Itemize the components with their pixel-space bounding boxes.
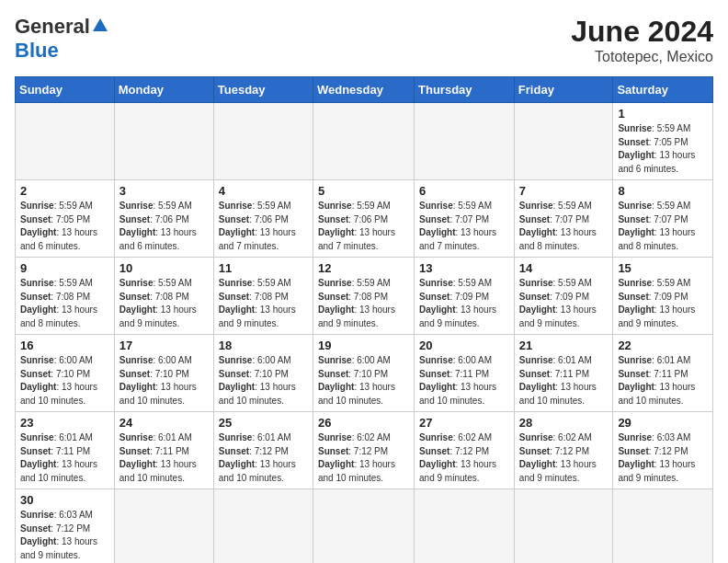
table-row: 26Sunrise: 6:02 AMSunset: 7:12 PMDayligh… (313, 412, 414, 489)
day-info: Sunrise: 5:59 AMSunset: 7:07 PMDaylight:… (618, 200, 708, 253)
day-number: 21 (519, 339, 609, 352)
table-row: 7Sunrise: 5:59 AMSunset: 7:07 PMDaylight… (514, 180, 613, 258)
table-row (415, 489, 515, 564)
day-number: 14 (519, 261, 609, 275)
day-info: Sunrise: 5:59 AMSunset: 7:09 PMDaylight:… (618, 277, 708, 330)
day-number: 9 (20, 261, 109, 275)
day-number: 13 (419, 261, 509, 275)
day-number: 5 (318, 184, 409, 198)
day-info: Sunrise: 5:59 AMSunset: 7:09 PMDaylight:… (519, 277, 609, 330)
table-row: 16Sunrise: 6:00 AMSunset: 7:10 PMDayligh… (16, 335, 115, 412)
calendar-table: Sunday Monday Tuesday Wednesday Thursday… (15, 76, 713, 563)
table-row: 25Sunrise: 6:01 AMSunset: 7:12 PMDayligh… (213, 412, 313, 489)
day-number: 20 (419, 339, 509, 352)
day-number: 23 (20, 416, 109, 430)
day-number: 11 (219, 261, 308, 275)
day-number: 27 (419, 416, 509, 430)
day-info: Sunrise: 6:00 AMSunset: 7:10 PMDaylight:… (219, 354, 308, 408)
day-info: Sunrise: 6:03 AMSunset: 7:12 PMDaylight:… (20, 509, 109, 562)
weekday-header-row: Sunday Monday Tuesday Wednesday Thursday… (16, 77, 713, 103)
day-number: 7 (519, 184, 609, 198)
calendar-week-row: 30Sunrise: 6:03 AMSunset: 7:12 PMDayligh… (16, 489, 713, 564)
table-row: 27Sunrise: 6:02 AMSunset: 7:12 PMDayligh… (415, 412, 515, 489)
table-row (213, 489, 313, 564)
day-info: Sunrise: 6:00 AMSunset: 7:10 PMDaylight:… (318, 354, 409, 408)
day-number: 19 (318, 339, 409, 352)
day-number: 28 (519, 416, 609, 430)
table-row: 5Sunrise: 5:59 AMSunset: 7:06 PMDaylight… (313, 180, 414, 258)
day-number: 29 (618, 416, 708, 430)
logo-triangle-icon (92, 17, 108, 37)
day-info: Sunrise: 6:01 AMSunset: 7:11 PMDaylight:… (20, 431, 109, 485)
title-block: June 2024 Tototepec, Mexico (571, 15, 713, 65)
header-monday: Monday (114, 77, 213, 103)
table-row (514, 489, 613, 564)
day-info: Sunrise: 5:59 AMSunset: 7:08 PMDaylight:… (119, 277, 209, 330)
table-row (613, 489, 713, 564)
table-row: 6Sunrise: 5:59 AMSunset: 7:07 PMDaylight… (415, 180, 515, 258)
day-number: 16 (20, 339, 109, 352)
header-wednesday: Wednesday (313, 77, 414, 103)
day-info: Sunrise: 6:00 AMSunset: 7:11 PMDaylight:… (419, 354, 509, 408)
table-row: 11Sunrise: 5:59 AMSunset: 7:08 PMDayligh… (213, 258, 313, 335)
day-info: Sunrise: 5:59 AMSunset: 7:05 PMDaylight:… (618, 122, 708, 176)
day-info: Sunrise: 6:01 AMSunset: 7:11 PMDaylight:… (119, 431, 209, 485)
day-number: 8 (618, 184, 708, 198)
day-number: 18 (219, 339, 308, 352)
table-row: 15Sunrise: 5:59 AMSunset: 7:09 PMDayligh… (613, 258, 713, 335)
table-row: 30Sunrise: 6:03 AMSunset: 7:12 PMDayligh… (16, 489, 115, 564)
header-sunday: Sunday (16, 77, 115, 103)
table-row: 14Sunrise: 5:59 AMSunset: 7:09 PMDayligh… (514, 258, 613, 335)
table-row: 17Sunrise: 6:00 AMSunset: 7:10 PMDayligh… (114, 335, 213, 412)
day-info: Sunrise: 6:01 AMSunset: 7:11 PMDaylight:… (618, 354, 708, 408)
table-row: 24Sunrise: 6:01 AMSunset: 7:11 PMDayligh… (114, 412, 213, 489)
day-number: 24 (119, 416, 209, 430)
calendar-week-row: 2Sunrise: 5:59 AMSunset: 7:05 PMDaylight… (16, 180, 713, 258)
logo-blue: Blue (15, 39, 59, 63)
day-info: Sunrise: 5:59 AMSunset: 7:07 PMDaylight:… (419, 200, 509, 253)
day-info: Sunrise: 6:03 AMSunset: 7:12 PMDaylight:… (618, 431, 708, 485)
table-row: 8Sunrise: 5:59 AMSunset: 7:07 PMDaylight… (613, 180, 713, 258)
table-row: 20Sunrise: 6:00 AMSunset: 7:11 PMDayligh… (415, 335, 515, 412)
table-row: 4Sunrise: 5:59 AMSunset: 7:06 PMDaylight… (213, 180, 313, 258)
table-row: 21Sunrise: 6:01 AMSunset: 7:11 PMDayligh… (514, 335, 613, 412)
table-row (16, 103, 115, 180)
day-number: 22 (618, 339, 708, 352)
table-row (213, 103, 313, 180)
table-row: 13Sunrise: 5:59 AMSunset: 7:09 PMDayligh… (415, 258, 515, 335)
header-thursday: Thursday (415, 77, 515, 103)
day-number: 10 (119, 261, 209, 275)
calendar-week-row: 9Sunrise: 5:59 AMSunset: 7:08 PMDaylight… (16, 258, 713, 335)
table-row: 19Sunrise: 6:00 AMSunset: 7:10 PMDayligh… (313, 335, 414, 412)
table-row (313, 103, 414, 180)
day-number: 4 (219, 184, 308, 198)
calendar-location: Tototepec, Mexico (571, 49, 713, 65)
table-row: 1Sunrise: 5:59 AMSunset: 7:05 PMDaylight… (613, 103, 713, 180)
svg-marker-0 (93, 18, 108, 31)
table-row: 18Sunrise: 6:00 AMSunset: 7:10 PMDayligh… (213, 335, 313, 412)
day-number: 2 (20, 184, 109, 198)
day-info: Sunrise: 6:01 AMSunset: 7:12 PMDaylight:… (219, 431, 308, 485)
logo: General Blue (15, 15, 108, 63)
day-number: 3 (119, 184, 209, 198)
day-info: Sunrise: 6:02 AMSunset: 7:12 PMDaylight:… (318, 431, 409, 485)
table-row (415, 103, 515, 180)
table-row: 9Sunrise: 5:59 AMSunset: 7:08 PMDaylight… (16, 258, 115, 335)
table-row: 28Sunrise: 6:02 AMSunset: 7:12 PMDayligh… (514, 412, 613, 489)
table-row: 3Sunrise: 5:59 AMSunset: 7:06 PMDaylight… (114, 180, 213, 258)
calendar-week-row: 16Sunrise: 6:00 AMSunset: 7:10 PMDayligh… (16, 335, 713, 412)
day-info: Sunrise: 6:02 AMSunset: 7:12 PMDaylight:… (519, 431, 609, 485)
header-saturday: Saturday (613, 77, 713, 103)
day-number: 30 (20, 493, 109, 507)
table-row: 23Sunrise: 6:01 AMSunset: 7:11 PMDayligh… (16, 412, 115, 489)
header-friday: Friday (514, 77, 613, 103)
table-row: 12Sunrise: 5:59 AMSunset: 7:08 PMDayligh… (313, 258, 414, 335)
day-info: Sunrise: 5:59 AMSunset: 7:05 PMDaylight:… (20, 200, 109, 253)
calendar-week-row: 23Sunrise: 6:01 AMSunset: 7:11 PMDayligh… (16, 412, 713, 489)
day-info: Sunrise: 6:00 AMSunset: 7:10 PMDaylight:… (119, 354, 209, 408)
table-row (313, 489, 414, 564)
day-number: 25 (219, 416, 308, 430)
table-row: 2Sunrise: 5:59 AMSunset: 7:05 PMDaylight… (16, 180, 115, 258)
day-info: Sunrise: 5:59 AMSunset: 7:08 PMDaylight:… (318, 277, 409, 330)
calendar-week-row: 1Sunrise: 5:59 AMSunset: 7:05 PMDaylight… (16, 103, 713, 180)
